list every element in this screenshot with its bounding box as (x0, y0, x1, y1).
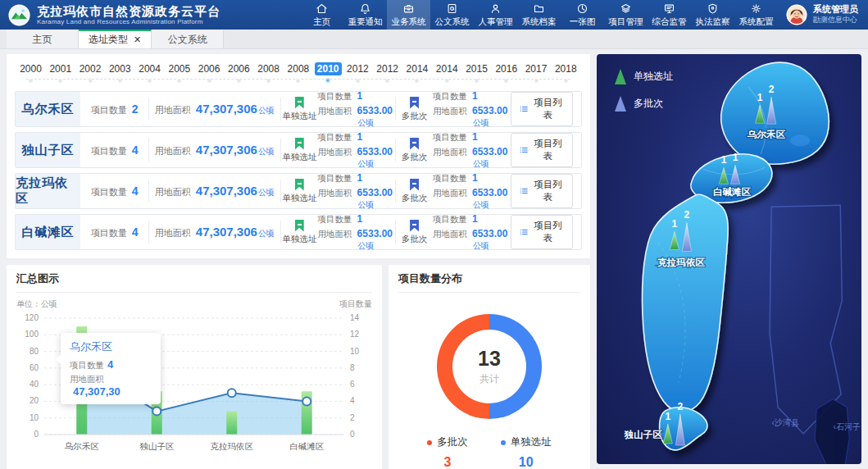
year-dot-icon (296, 79, 300, 83)
project-list-label: 项目列表 (532, 138, 564, 162)
ribbon-green-icon (295, 179, 304, 191)
multi-batch-badge: 多批次 (396, 138, 433, 163)
project-count-label: 项目数量 (91, 104, 127, 116)
single-site-label: 单独选址 (282, 111, 316, 122)
district-name[interactable]: 克拉玛依区 (16, 174, 80, 208)
multi-batch-stats: 项目数量1 用地面积6533.00公顷 (433, 172, 511, 211)
shield-icon (707, 2, 719, 15)
year-item[interactable]: 2006 (225, 61, 253, 83)
gear-icon (750, 2, 762, 15)
year-item[interactable]: 2008 (254, 61, 283, 83)
map-legend-single: 单独选址 (615, 69, 673, 84)
year-item[interactable]: 2014 (402, 61, 431, 83)
nav-item-gear[interactable]: 系统配置 (734, 0, 778, 30)
district-row: 乌尔禾区 项目数量2 用地面积47,307,306公顷 单独选址 项目数量1 用… (15, 91, 582, 127)
year-item[interactable]: 2001 (46, 61, 75, 83)
year-dot-icon (415, 79, 419, 83)
single-site-badge: 单独选址 (281, 97, 318, 122)
tooltip-count-label: 项目数量 (70, 360, 104, 370)
project-list-button[interactable]: 项目列表 (511, 133, 573, 167)
year-item[interactable]: 2006 (195, 61, 224, 83)
svg-text:0: 0 (34, 430, 39, 439)
close-icon[interactable]: ✕ (134, 34, 141, 45)
district-row: 独山子区 项目数量4 用地面积47,307,306公顷 单独选址 项目数量1 用… (15, 132, 582, 168)
district-name[interactable]: 独山子区 (16, 133, 80, 167)
chart-tooltip: 乌尔禾区 项目数量4 用地面积47,307,30 (61, 333, 161, 404)
multi-batch-stats: 项目数量1 用地面积6533.00公顷 (433, 131, 511, 170)
single-site-label: 单独选址 (282, 193, 316, 204)
nav-item-monitor[interactable]: 综合监管 (648, 0, 691, 30)
project-list-label: 项目列表 (532, 97, 564, 121)
district-name[interactable]: 白碱滩区 (16, 215, 80, 249)
marker-count: 2 (769, 84, 775, 95)
year-dot-icon (356, 79, 360, 83)
neighbor-label: ‹石河子 (834, 422, 861, 431)
year-dot-icon (534, 79, 539, 83)
district-name[interactable]: 乌尔禾区 (16, 92, 80, 126)
project-list-button[interactable]: 项目列表 (511, 215, 573, 249)
year-label: 2014 (434, 62, 461, 75)
tab-1[interactable]: 选址类型 ✕ (79, 30, 152, 48)
year-item[interactable]: 2008 (284, 61, 312, 83)
nav-item-document[interactable]: 公文系统 (430, 0, 474, 30)
user-name: 系统管理员 (813, 4, 858, 15)
app-logo-icon (8, 4, 30, 26)
year-label: 2003 (107, 62, 134, 75)
land-area-label: 用地面积 (155, 104, 191, 116)
year-item[interactable]: 2002 (76, 61, 105, 83)
bell-icon (359, 2, 371, 15)
nav-item-home[interactable]: 主页 (300, 0, 343, 30)
nav-item-globe[interactable]: 一张图 (561, 0, 604, 30)
map-region-wuerhe[interactable] (721, 62, 829, 164)
nav-item-shield[interactable]: 执法监察 (691, 0, 734, 30)
year-item[interactable]: 2016 (492, 61, 520, 83)
x-axis-label: 白碱滩区 (289, 441, 325, 451)
year-item[interactable]: 2015 (462, 61, 491, 83)
map-region-label: 克拉玛依区 (657, 257, 705, 267)
nav-item-briefcase[interactable]: 业务系统 (387, 0, 430, 30)
year-item[interactable]: 2005 (165, 61, 193, 83)
nav-item-folder[interactable]: 系统档案 (517, 0, 561, 30)
neighbor-region (815, 399, 849, 464)
map-region-karamay[interactable] (643, 194, 729, 412)
page-subtitle: Karamay Land and Resources Administratio… (37, 18, 220, 25)
year-label: 2012 (344, 62, 371, 75)
ribbon-green-icon (295, 220, 304, 232)
district-row: 白碱滩区 项目数量4 用地面积47,307,306公顷 单独选址 项目数量1 用… (15, 214, 582, 250)
map-legend-multi: 多批次 (615, 96, 673, 112)
user-box[interactable]: 系统管理员 勘测信息中心 (778, 0, 868, 30)
year-item[interactable]: 2012 (343, 61, 372, 83)
map-legend-single-label: 单独选址 (634, 70, 673, 84)
year-item[interactable]: 2004 (135, 61, 164, 83)
nav-item-bell[interactable]: 重要通知 (343, 0, 387, 30)
multi-batch-badge: 多批次 (396, 179, 433, 204)
project-list-button[interactable]: 项目列表 (511, 92, 573, 126)
project-list-button[interactable]: 项目列表 (511, 174, 573, 208)
nav-item-layers[interactable]: 项目管理 (604, 0, 648, 30)
year-item[interactable]: 2010 (314, 61, 343, 83)
year-item[interactable]: 2018 (552, 61, 580, 83)
single-site-stats: 项目数量1 用地面积6533.00公顷 (318, 172, 396, 211)
multi-batch-label: 多批次 (402, 234, 428, 245)
year-item[interactable]: 2017 (522, 61, 551, 83)
year-label: 2002 (77, 62, 104, 75)
year-label: 2004 (136, 62, 163, 75)
land-area-value: 47,307,306公顷 (196, 225, 275, 239)
tab-2[interactable]: 公文系统 (152, 30, 224, 48)
tab-0[interactable]: 主页 (7, 30, 79, 48)
year-item[interactable]: 2014 (433, 61, 461, 83)
nav-item-user[interactable]: 人事管理 (474, 0, 517, 30)
multi-batch-triangle-icon (615, 96, 626, 112)
year-item[interactable]: 2000 (16, 61, 45, 83)
left-axis-caption: 单位：公顷 (16, 298, 57, 310)
year-label: 2017 (523, 62, 550, 75)
year-item[interactable]: 2003 (106, 61, 134, 83)
multi-batch-label: 多批次 (402, 193, 428, 204)
year-item[interactable]: 2012 (373, 61, 402, 83)
district-summary-panel: 2000 2001 2002 2003 2004 2005 2006 2006 … (7, 54, 590, 258)
land-area-label: 用地面积 (155, 145, 191, 157)
neighbor-outline (770, 205, 842, 434)
year-dot-icon (89, 79, 93, 83)
main-content: 2000 2001 2002 2003 2004 2005 2006 2006 … (0, 49, 868, 464)
year-dot-icon (29, 79, 33, 83)
